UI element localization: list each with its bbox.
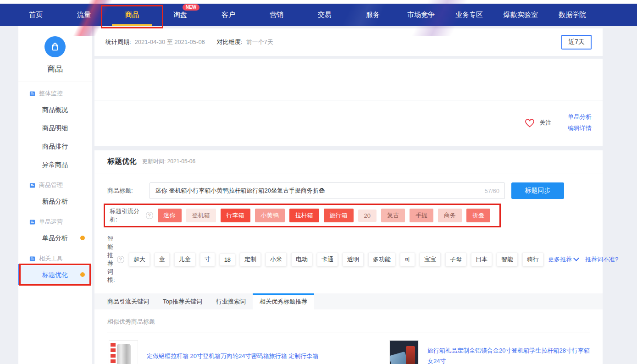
analysis-tag[interactable]: 旅行箱 [324, 209, 354, 222]
compare-label: 对比维度: [217, 38, 243, 46]
link-edit-details[interactable]: 编辑详情 [568, 124, 592, 132]
nav-item-2[interactable]: 商品 [118, 4, 146, 26]
analysis-tag[interactable]: 复古 [381, 209, 405, 222]
analysis-tag[interactable]: 行李箱 [221, 209, 250, 222]
sidebar-item-0-0[interactable]: 商品概况 [18, 100, 92, 119]
sidebar-group-label: 单品运营 [39, 218, 63, 226]
analysis-tag[interactable]: 拉杆箱 [289, 209, 319, 222]
root-tag[interactable]: 寸 [200, 253, 215, 266]
tab-0[interactable]: 商品引流关键词 [100, 293, 156, 309]
link-single-product-analysis[interactable]: 单品分析 [568, 113, 592, 121]
roots-links: 更多推荐 推荐词不准? [548, 255, 618, 264]
analysis-tag[interactable]: 商务 [438, 209, 462, 222]
analysis-tags: 迷你登机箱行李箱小黄鸭拉杆箱旅行箱20复古手提商务折叠 [158, 209, 495, 222]
product-title-input[interactable] [150, 182, 505, 199]
analysis-tag[interactable]: 折叠 [466, 209, 490, 222]
product-summary-card: 关注 单品分析 编辑详情 [94, 59, 603, 146]
title-input-wrap: 57/60 [150, 182, 505, 199]
analysis-tag[interactable]: 登机箱 [186, 209, 216, 222]
sidebar-item-3-0[interactable]: 标题优化 [18, 265, 92, 284]
root-tag[interactable]: 定制 [240, 253, 261, 266]
help-icon[interactable] [117, 256, 124, 263]
period-value: 2021-04-30 至 2021-05-06 [135, 38, 205, 46]
tab-3[interactable]: 相关优秀标题推荐 [253, 293, 314, 309]
range-7days-button[interactable]: 近7天 [561, 35, 592, 50]
top-white-strip [0, 0, 637, 4]
sidebar-groups: 整体监控商品概况商品明细商品排行异常商品商品管理新品分析单品运营单品分析相关工具… [18, 82, 92, 284]
analysis-tag[interactable]: 20 [358, 210, 377, 222]
similar-titles-label: 相似优秀商品标题 [94, 309, 603, 332]
more-recommend-link[interactable]: 更多推荐 [548, 255, 578, 264]
root-tag[interactable]: 智能 [497, 253, 518, 266]
root-tag[interactable]: 小米 [266, 253, 287, 266]
title-optimization-card: 标题优化 更新时间: 2021-05-06 商品标题: 57/60 标题同步 标… [94, 150, 603, 364]
heart-icon [524, 117, 535, 128]
section-title: 标题优化 [107, 157, 137, 166]
root-tag[interactable]: 童 [155, 253, 170, 266]
nav-item-label: 数据学院 [559, 11, 586, 19]
nav-item-label: 客户 [222, 11, 235, 19]
nav-item-label: 服务 [366, 11, 380, 19]
chevron-down-icon [573, 255, 579, 261]
root-tag[interactable]: 可 [400, 253, 415, 266]
feedback-link[interactable]: 推荐词不准? [585, 255, 618, 264]
root-tag[interactable]: 多功能 [368, 253, 395, 266]
nav-item-10[interactable]: 爆款实验室 [504, 4, 538, 26]
sidebar-group-header: 单品运营 [18, 210, 92, 229]
nav-item-6[interactable]: 交易 [311, 4, 338, 26]
root-tag[interactable]: 子母 [445, 253, 466, 266]
analysis-tag[interactable]: 迷你 [158, 209, 182, 222]
ledger-icon [29, 256, 35, 262]
sidebar-item-0-2[interactable]: 商品排行 [18, 137, 92, 155]
sidebar-item-1-0[interactable]: 新品分析 [18, 192, 92, 210]
root-tag[interactable]: 超大 [129, 253, 150, 266]
sidebar-item-0-3[interactable]: 异常商品 [18, 155, 92, 174]
nav-item-0[interactable]: 首页 [22, 4, 50, 26]
nav-item-label: 流量 [77, 11, 91, 19]
root-tag[interactable]: 卡通 [317, 253, 338, 266]
card-header: 标题优化 更新时间: 2021-05-06 [94, 150, 603, 173]
luggage-set-dark-photo [389, 340, 419, 364]
product-item: 定做铝框拉杆箱 20寸登机箱万向轮24寸密码箱旅行箱 定制行李箱 [109, 340, 377, 364]
sidebar-item-2-0[interactable]: 单品分析 [18, 229, 92, 247]
sidebar-group-label: 相关工具 [39, 254, 63, 263]
tab-1[interactable]: Top推荐关键词 [156, 293, 209, 309]
root-tag[interactable]: 日本 [471, 253, 492, 266]
title-sync-button[interactable]: 标题同步 [511, 182, 564, 199]
sidebar-title: 商品 [18, 64, 92, 74]
sidebar-item-label: 新品分析 [42, 198, 68, 205]
nav-item-3[interactable]: 询盘NEW [166, 4, 194, 26]
more-recommend-label: 更多推荐 [548, 256, 572, 263]
sidebar-group-label: 商品管理 [39, 181, 63, 189]
root-tag[interactable]: 18 [220, 254, 235, 266]
nav-item-8[interactable]: 市场竞争 [407, 4, 435, 26]
sidebar-item-0-1[interactable]: 商品明细 [18, 119, 92, 137]
analysis-tag[interactable]: 手提 [410, 209, 433, 222]
sidebar-item-label: 商品排行 [42, 143, 68, 150]
root-tag[interactable]: 宝宝 [420, 253, 441, 266]
orange-dot-badge [80, 272, 85, 277]
sidebar-group-header: 商品管理 [18, 174, 92, 192]
product-title-link[interactable]: 旅行箱礼品定制全铝镁合金20寸登机箱学生拉杆箱28寸行李箱女24寸 [427, 346, 590, 364]
nav-item-1[interactable]: 流量 [70, 4, 98, 26]
product-title-label: 商品标题: [107, 187, 150, 195]
divider [94, 100, 603, 100]
nav-item-11[interactable]: 数据学院 [559, 4, 586, 26]
tab-2[interactable]: 行业搜索词 [209, 293, 253, 309]
nav-item-7[interactable]: 服务 [359, 4, 387, 26]
root-tag[interactable]: 儿童 [174, 253, 195, 266]
help-icon[interactable] [146, 212, 153, 219]
nav-item-label: 市场竞争 [407, 11, 435, 19]
analysis-tag[interactable]: 小黄鸭 [255, 209, 285, 222]
nav-item-5[interactable]: 营销 [263, 4, 290, 26]
root-tag[interactable]: 电动 [291, 253, 312, 266]
product-title-link[interactable]: 定做铝框拉杆箱 20寸登机箱万向轮24寸密码箱旅行箱 定制行李箱 [147, 351, 318, 362]
root-tags: 超大童儿童寸18定制小米电动卡通透明多功能可宝宝子母日本智能骑行 [129, 253, 548, 266]
follow-button[interactable]: 关注 [524, 117, 551, 128]
root-tag[interactable]: 透明 [343, 253, 364, 266]
root-tag[interactable]: 骑行 [522, 253, 543, 266]
nav-item-4[interactable]: 客户 [215, 4, 242, 26]
keyword-tabs: 商品引流关键词Top推荐关键词行业搜索词相关优秀标题推荐 [94, 293, 603, 309]
nav-item-label: 业务专区 [455, 11, 483, 19]
nav-item-9[interactable]: 业务专区 [455, 4, 483, 26]
